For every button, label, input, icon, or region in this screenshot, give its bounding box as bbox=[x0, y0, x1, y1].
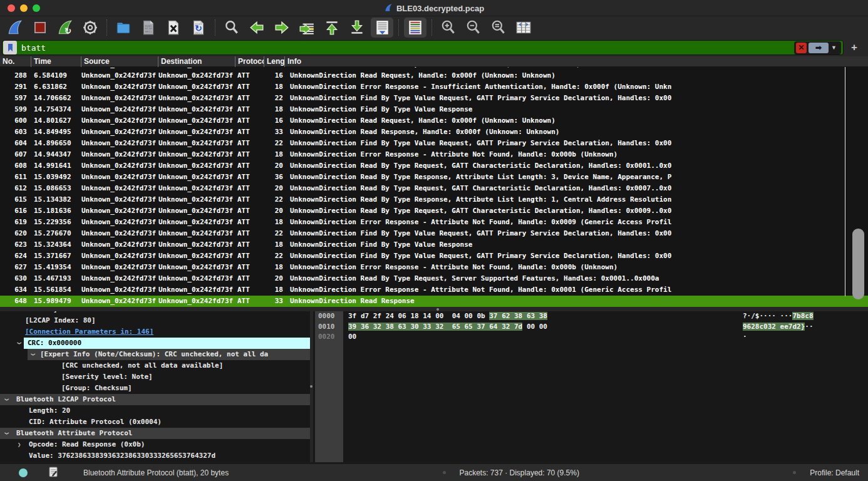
packet-row-648-selected[interactable]: 64815.989479Unknown_0x242fd73fUnknown_0x… bbox=[0, 296, 868, 307]
auto-scroll-button[interactable] bbox=[371, 18, 393, 38]
packet-row-623[interactable]: 62315.324364Unknown_0x242fd73fUnknown_0x… bbox=[0, 239, 868, 251]
collapsed-chevron-icon[interactable]: ❯ bbox=[18, 439, 21, 450]
packet-row-607[interactable]: 60714.944347Unknown_0x242fd73fUnknown_0x… bbox=[0, 149, 868, 160]
cell-no: 604 bbox=[0, 138, 31, 149]
packet-row-600[interactable]: 60014.801627Unknown_0x242fd73fUnknown_0x… bbox=[0, 115, 868, 127]
detail-row[interactable]: Value: 376238633839363238633033326565376… bbox=[0, 450, 310, 462]
column-header-length[interactable]: Length bbox=[264, 56, 285, 67]
cell-pro: ATT bbox=[235, 262, 264, 273]
find-packet-button[interactable] bbox=[220, 18, 243, 38]
hex-row[interactable]: 001039 36 32 38 63 30 33 32 65 65 37 64 … bbox=[313, 322, 868, 333]
close-window-button[interactable] bbox=[8, 4, 15, 12]
packet-detail-pane[interactable]: ][L2CAP Index: 80][Connection Parameters… bbox=[0, 311, 310, 462]
detail-row[interactable]: [Severity level: Note] bbox=[0, 371, 310, 383]
cell-pro: ATT bbox=[235, 160, 264, 172]
save-file-button[interactable]: 010101100011 bbox=[137, 18, 160, 38]
reload-file-button[interactable]: 01010011↻ bbox=[187, 18, 210, 38]
column-header-no[interactable]: No. bbox=[0, 56, 31, 67]
zoom-reset-button[interactable] bbox=[487, 18, 510, 38]
packet-row-624[interactable]: 62415.371667Unknown_0x242fd73fUnknown_0x… bbox=[0, 251, 868, 262]
packet-row-612[interactable]: 61215.086653Unknown_0x242fd73fUnknown_0x… bbox=[0, 183, 868, 194]
filter-clear-button[interactable]: ✕ bbox=[796, 43, 807, 53]
detail-text: CRC: 0x000000 bbox=[28, 338, 81, 349]
detail-row[interactable]: ❯CRC: 0x000000 bbox=[0, 338, 310, 349]
expanded-chevron-icon[interactable]: ❯ bbox=[14, 341, 25, 344]
expanded-chevron-icon[interactable]: ❯ bbox=[1, 432, 13, 435]
packet-row-630[interactable]: 63015.467193Unknown_0x242fd73fUnknown_0x… bbox=[0, 273, 868, 284]
restart-capture-button[interactable]: ↻ bbox=[54, 18, 76, 38]
column-header-info[interactable]: Info bbox=[285, 56, 868, 67]
column-header-destination[interactable]: Destination bbox=[158, 56, 235, 67]
packet-row-604[interactable]: 60414.896650Unknown_0x242fd73fUnknown_0x… bbox=[0, 138, 868, 149]
open-file-button[interactable] bbox=[112, 18, 135, 38]
packet-row-611[interactable]: 61115.039492Unknown_0x242fd73fUnknown_0x… bbox=[0, 172, 868, 183]
filter-add-button[interactable]: + bbox=[851, 41, 857, 54]
packet-row-619[interactable]: 61915.229356Unknown_0x242fd73fUnknown_0x… bbox=[0, 217, 868, 228]
expanded-chevron-icon[interactable]: ❯ bbox=[28, 353, 39, 356]
zoom-in-button[interactable] bbox=[437, 18, 460, 38]
cell-no: 630 bbox=[0, 273, 31, 284]
go-last-button[interactable] bbox=[346, 18, 368, 38]
detail-row[interactable]: [Group: Checksum] bbox=[0, 383, 310, 394]
column-header-time[interactable]: Time bbox=[31, 56, 81, 67]
packet-row-603[interactable]: 60314.849495Unknown_0x242fd73fUnknown_0x… bbox=[0, 127, 868, 138]
go-back-button[interactable] bbox=[245, 18, 268, 38]
detail-row[interactable]: [L2CAP Index: 80] bbox=[0, 315, 310, 326]
packet-row-599[interactable]: 59914.754374Unknown_0x242fd73fUnknown_0x… bbox=[0, 104, 868, 115]
column-header-source[interactable]: Source bbox=[81, 56, 158, 67]
stop-capture-button[interactable] bbox=[29, 18, 51, 38]
detail-row[interactable]: ❯Opcode: Read Response (0x0b) bbox=[0, 439, 310, 450]
resize-columns-button[interactable] bbox=[512, 18, 535, 38]
packet-row-627[interactable]: 62715.419354Unknown_0x242fd73fUnknown_0x… bbox=[0, 262, 868, 273]
detail-row[interactable]: [Connection Parameters in: 146] bbox=[0, 326, 310, 338]
detail-row[interactable]: ❯[Expert Info (Note/Checksum): CRC unche… bbox=[0, 349, 310, 360]
zoom-window-button[interactable] bbox=[33, 4, 40, 12]
expanded-chevron-icon[interactable]: ❯ bbox=[1, 398, 13, 401]
cell-dst: Unknown_0x242fd73f bbox=[158, 127, 235, 138]
detail-row[interactable]: [CRC unchecked, not all data available] bbox=[0, 360, 310, 371]
packet-row-608[interactable]: 60814.991641Unknown_0x242fd73fUnknown_0x… bbox=[0, 160, 868, 172]
cell-len: 20 bbox=[264, 273, 285, 284]
detail-row[interactable]: CID: Attribute Protocol (0x0004) bbox=[0, 416, 310, 428]
detail-row[interactable]: ❯Bluetooth Attribute Protocol bbox=[0, 428, 310, 439]
cell-src: Unknown_0x242fd73f bbox=[81, 296, 158, 307]
packet-row-291[interactable]: 2916.631862Unknown_0x242fd73fUnknown_0x2… bbox=[0, 81, 868, 93]
packet-bytes-pane[interactable]: 00003f d7 2f 24 06 18 14 00 04 00 0b 37 … bbox=[313, 311, 868, 462]
packet-row-634[interactable]: 63415.561854Unknown_0x242fd73fUnknown_0x… bbox=[0, 284, 868, 296]
packet-row-615[interactable]: 61515.134382Unknown_0x242fd73fUnknown_0x… bbox=[0, 194, 868, 205]
detail-row[interactable]: Length: 20 bbox=[0, 405, 310, 416]
packet-list[interactable]: 2436.536563Unknown_0x242fd73fUnknown_0x2… bbox=[0, 67, 868, 307]
filter-bookmark-button[interactable] bbox=[3, 41, 17, 54]
go-forward-button[interactable] bbox=[271, 18, 293, 38]
hex-row[interactable]: 00003f d7 2f 24 06 18 14 00 04 00 0b 37 … bbox=[313, 311, 868, 322]
minimize-window-button[interactable] bbox=[20, 4, 28, 12]
status-profile[interactable]: Profile: Default bbox=[810, 468, 859, 477]
packet-list-header[interactable]: No.TimeSourceDestinationProtocolLengthIn… bbox=[0, 56, 868, 67]
cell-dst: Unknown_0x242fd73f bbox=[158, 160, 235, 172]
packet-list-scrollbar-thumb[interactable] bbox=[852, 229, 864, 299]
detail-row[interactable]: ❯Bluetooth L2CAP Protocol bbox=[0, 394, 310, 405]
go-first-button[interactable] bbox=[321, 18, 343, 38]
capture-comment-icon[interactable] bbox=[49, 467, 58, 479]
packet-row-288[interactable]: 2886.584109Unknown_0x242fd73fUnknown_0x2… bbox=[0, 70, 868, 81]
horizontal-splitter[interactable] bbox=[0, 307, 868, 311]
hex-row[interactable]: 002000· bbox=[313, 332, 868, 343]
packet-row-620[interactable]: 62015.276670Unknown_0x242fd73fUnknown_0x… bbox=[0, 228, 868, 239]
column-header-protocol[interactable]: Protocol bbox=[235, 56, 264, 67]
go-to-packet-button[interactable] bbox=[296, 18, 318, 38]
close-file-button[interactable] bbox=[162, 18, 185, 38]
filter-text[interactable]: btatt bbox=[21, 43, 794, 53]
start-capture-button[interactable] bbox=[4, 18, 26, 38]
capture-options-button[interactable] bbox=[79, 18, 101, 38]
filter-dropdown-caret[interactable]: ▼ bbox=[830, 44, 839, 51]
colorize-button[interactable] bbox=[404, 18, 426, 38]
cell-time: 15.276670 bbox=[31, 228, 81, 239]
display-filter-input[interactable]: btatt ✕ ➡ ▼ bbox=[2, 40, 844, 55]
expert-info-indicator[interactable] bbox=[19, 468, 28, 477]
filter-apply-button[interactable]: ➡ bbox=[809, 43, 829, 53]
packet-row-616[interactable]: 61615.181636Unknown_0x242fd73fUnknown_0x… bbox=[0, 205, 868, 217]
toolbar-separator bbox=[215, 19, 215, 36]
zoom-out-button[interactable] bbox=[462, 18, 485, 38]
packet-row-597[interactable]: 59714.706662Unknown_0x242fd73fUnknown_0x… bbox=[0, 93, 868, 104]
cell-dst: Unknown_0x242fd73f bbox=[158, 172, 235, 183]
